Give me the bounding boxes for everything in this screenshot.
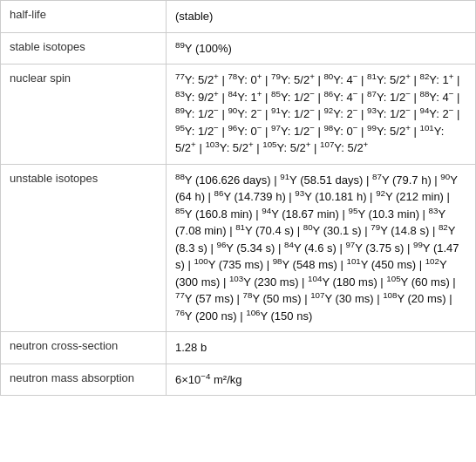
row-nuclear-spin: nuclear spin 77Y: 5/2+ | 78Y: 0+ | 79Y: … [1,65,476,165]
label-nuclear-spin: nuclear spin [1,65,167,165]
row-stable-isotopes: stable isotopes 89Y (100%) [1,32,476,65]
value-neutron-mass-absorption: 6×10−4 m²/kg [167,363,476,396]
label-neutron-mass-absorption: neutron mass absorption [1,363,167,396]
label-unstable-isotopes: unstable isotopes [1,164,167,332]
label-half-life: half-life [1,1,167,33]
value-half-life: (stable) [167,1,476,33]
label-stable-isotopes: stable isotopes [1,32,167,65]
value-neutron-cross-section: 1.28 b [167,332,476,364]
row-half-life: half-life (stable) [1,1,476,33]
label-neutron-cross-section: neutron cross-section [1,332,167,364]
value-unstable-isotopes: 88Y (106.626 days) | 91Y (58.51 days) | … [167,164,476,332]
value-stable-isotopes: 89Y (100%) [167,32,476,65]
value-nuclear-spin: 77Y: 5/2+ | 78Y: 0+ | 79Y: 5/2+ | 80Y: 4… [167,65,476,165]
row-unstable-isotopes: unstable isotopes 88Y (106.626 days) | 9… [1,164,476,332]
row-neutron-mass-absorption: neutron mass absorption 6×10−4 m²/kg [1,363,476,396]
row-neutron-cross-section: neutron cross-section 1.28 b [1,332,476,364]
